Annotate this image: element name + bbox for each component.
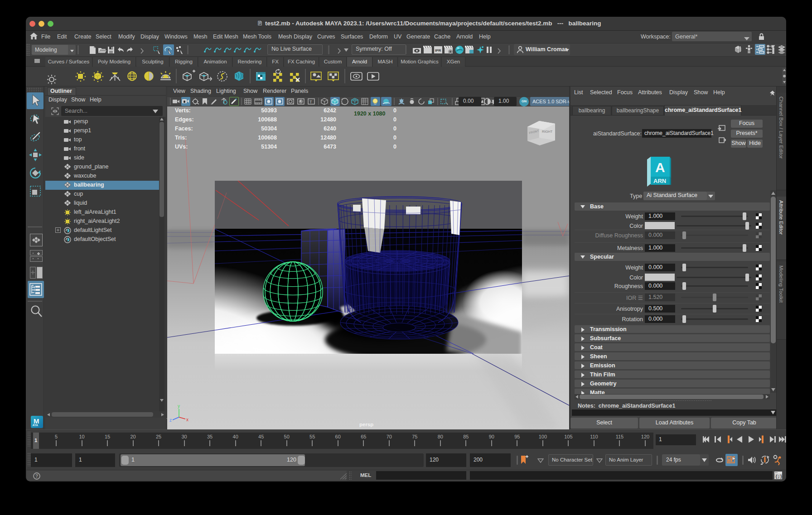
svg-text:{;}: {;} [775,475,782,479]
svg-text:?: ? [35,474,38,479]
svg-text:A: A [655,160,665,175]
svg-text:T: T [309,100,312,104]
svg-text:z: z [169,418,172,423]
svg-text:x: x [186,417,188,422]
svg-text:ARN: ARN [653,178,666,184]
svg-text:persp: persp [359,422,373,427]
svg-text:RIGHT: RIGHT [542,130,553,134]
svg-text:IPR: IPR [435,48,441,53]
svg-text:y: y [178,404,180,409]
